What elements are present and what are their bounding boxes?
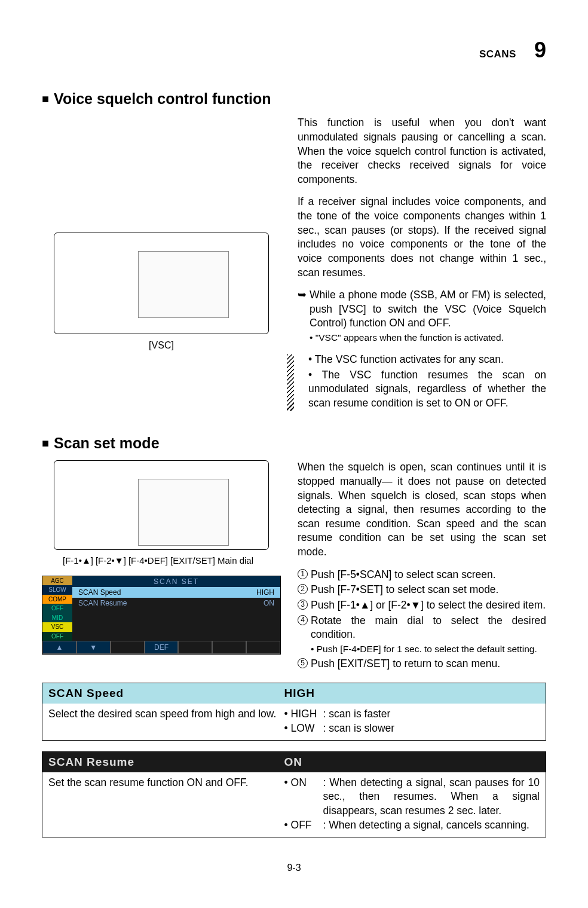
- opt-high-val: : scan is faster: [323, 707, 540, 721]
- section-heading-scanset: ■ Scan set mode: [42, 433, 546, 454]
- label-f4: [F-4•DEF]: [128, 555, 168, 567]
- step-num-icon: 1: [298, 569, 308, 579]
- scanset-content: [F-1•▲] [F-2•▼] [F-4•DEF] [EXIT/SET] Mai…: [42, 460, 546, 672]
- section-title-scanset: Scan set mode: [54, 433, 159, 454]
- lcd-row-speed-label: SCAN Speed: [78, 588, 121, 597]
- page-header: SCANS 9: [42, 36, 546, 65]
- step-2: Push [F-7•SET] to select scan set mode.: [311, 583, 498, 595]
- lcd-vsc: VSC: [42, 622, 72, 632]
- lcd-row-resume-val: ON: [264, 598, 274, 608]
- lcd-row-speed-val: HIGH: [256, 588, 274, 597]
- lcd-comp: COMP: [42, 595, 72, 604]
- step-num-icon: 2: [298, 584, 308, 594]
- lcd-fn-up: ▲: [42, 641, 76, 654]
- lcd-fn-empty: .: [178, 641, 212, 654]
- step-1: Push [F-5•SCAN] to select scan screen.: [311, 568, 496, 580]
- step-4: Rotate the main dial to select the desir…: [311, 614, 546, 641]
- label-exit: [EXIT/SET]: [170, 555, 215, 567]
- lcd-screenshot: AGC SLOW COMP OFF MID VSC OFF SCAN SET S…: [42, 576, 281, 655]
- opt-resume-desc: Set the scan resume function ON and OFF.: [48, 776, 278, 833]
- step-4-sub: • Push [F-4•DEF] for 1 sec. to select th…: [311, 643, 546, 656]
- scanset-steps: 1Push [F-5•SCAN] to select scan screen. …: [298, 568, 546, 671]
- lcd-title: SCAN SET: [72, 576, 280, 587]
- step-5: Push [EXIT/SET] to return to scan menu.: [311, 658, 500, 669]
- lcd-fn-empty: .: [212, 641, 246, 654]
- opt-low-tag: • LOW: [284, 721, 323, 736]
- opt-speed-title: SCAN Speed: [48, 686, 284, 701]
- opt-low-val: : scan is slower: [323, 721, 540, 736]
- label-f2: [F-2•▼]: [96, 555, 126, 567]
- opt-speed-desc: Select the desired scan speed from high …: [48, 707, 278, 735]
- lcd-row-resume-label: SCAN Resume: [78, 598, 127, 608]
- lcd-fn-empty: .: [111, 641, 145, 654]
- lcd-fn-row: ▲ ▼ . DEF . . .: [42, 641, 280, 654]
- fn-key-labels: [F-1•▲] [F-2•▼] [F-4•DEF] [EXIT/SET] Mai…: [63, 555, 281, 567]
- lcd-comp-off: OFF: [42, 604, 72, 613]
- scanset-para-1: When the squelch is open, scan continues…: [298, 460, 546, 559]
- vsc-caption: [VSC]: [42, 339, 281, 352]
- lcd-fn-def: DEF: [145, 641, 179, 654]
- option-scan-speed: SCAN Speed HIGH Select the desired scan …: [42, 683, 546, 741]
- vsc-content: [VSC] This function is useful when you d…: [42, 116, 546, 411]
- lcd-fn-down: ▼: [76, 641, 111, 654]
- step-num-icon: 4: [298, 615, 308, 625]
- lcd-row-speed: SCAN Speed HIGH: [72, 587, 280, 598]
- vsc-para-1: This function is useful when you don't w…: [298, 116, 546, 187]
- step-num-icon: 3: [298, 600, 308, 610]
- device-illustration-vsc: [54, 233, 269, 334]
- vsc-instruction: ➥ While a phone mode (SSB, AM or FM) is …: [298, 288, 546, 344]
- option-scan-resume: SCAN Resume ON Set the scan resume funct…: [42, 751, 546, 837]
- label-main-dial: Main dial: [218, 555, 253, 567]
- lcd-agc: AGC: [42, 576, 72, 586]
- opt-off-tag: • OFF: [284, 818, 323, 833]
- lcd-comp-mid: MID: [42, 613, 72, 623]
- option-header-resume: SCAN Resume ON: [42, 752, 546, 772]
- square-bullet-icon: ■: [42, 91, 49, 107]
- lcd-row-resume: SCAN Resume ON: [72, 598, 280, 609]
- hatch-pattern-icon: [287, 354, 294, 411]
- step-3: Push [F-1•▲] or [F-2•▼] to select the de…: [311, 599, 546, 611]
- section-heading-vsc: ■ Voice squelch control function: [42, 89, 546, 109]
- square-bullet-icon: ■: [42, 435, 49, 451]
- device-illustration-scanset: [54, 460, 269, 550]
- lcd-sidebar: AGC SLOW COMP OFF MID VSC OFF: [42, 576, 72, 641]
- option-header-speed: SCAN Speed HIGH: [42, 683, 546, 704]
- chapter-number: 9: [534, 36, 546, 65]
- lcd-vsc-val: OFF: [42, 632, 72, 641]
- lcd-fn-empty: .: [246, 641, 280, 654]
- page-number: 9-3: [42, 861, 546, 875]
- step-num-icon: 5: [298, 658, 308, 668]
- vsc-instruction-text: While a phone mode (SSB, AM or FM) is se…: [310, 289, 546, 329]
- opt-resume-value: ON: [284, 754, 540, 770]
- label-f1: [F-1•▲]: [63, 555, 93, 567]
- lcd-agc-val: SLOW: [42, 585, 72, 595]
- header-label: SCANS: [479, 48, 516, 62]
- opt-off-val: : When detecting a signal, cancels scann…: [323, 818, 540, 833]
- opt-speed-value: HIGH: [284, 686, 540, 701]
- opt-high-tag: • HIGH: [284, 707, 323, 721]
- vsc-note-2: • The VSC function resumes the scan on u…: [298, 368, 546, 411]
- vsc-instruction-sub: • "VSC" appears when the function is act…: [310, 332, 546, 344]
- opt-on-val: : When detecting a signal, scan pauses f…: [323, 776, 540, 818]
- vsc-para-2: If a receiver signal includes voice comp…: [298, 195, 546, 280]
- vsc-note-1: • The VSC function activates for any sca…: [298, 353, 546, 367]
- section-title-vsc: Voice squelch control function: [54, 89, 271, 109]
- lcd-main: SCAN SET SCAN Speed HIGH SCAN Resume ON: [72, 576, 280, 641]
- arrow-icon: ➥: [298, 288, 307, 302]
- opt-resume-title: SCAN Resume: [48, 754, 284, 770]
- opt-on-tag: • ON: [284, 776, 323, 818]
